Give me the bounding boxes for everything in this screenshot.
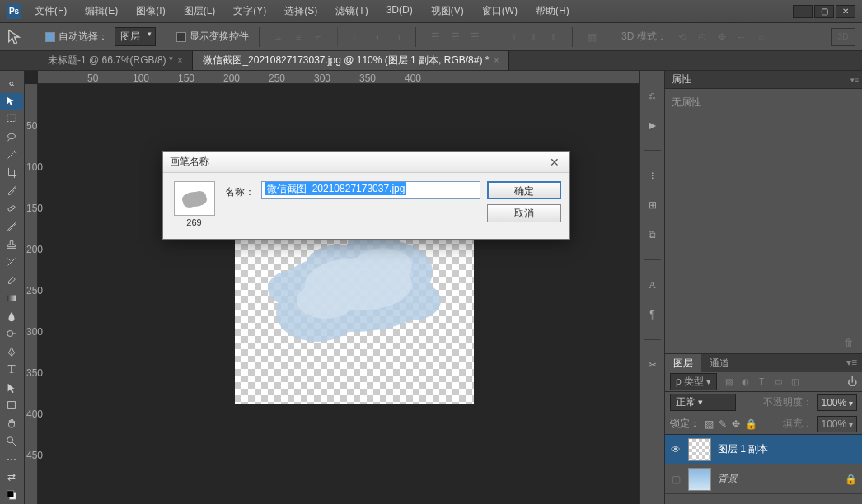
brush-preview: 269	[171, 181, 217, 227]
brush-preview-image	[174, 181, 215, 216]
name-input[interactable]: 微信截图_20210827173037.jpg	[261, 181, 480, 199]
brush-size-label: 269	[186, 217, 201, 227]
dialog-backdrop: 画笔名称 ✕ 269 名称： 微信截图_20210827173037.jpg 确…	[0, 0, 862, 504]
dialog-title: 画笔名称	[170, 155, 209, 169]
brush-name-dialog: 画笔名称 ✕ 269 名称： 微信截图_20210827173037.jpg 确…	[162, 151, 570, 240]
cancel-button[interactable]: 取消	[487, 204, 561, 222]
ok-button[interactable]: 确定	[487, 181, 561, 199]
svg-point-20	[193, 191, 206, 201]
dialog-close-icon[interactable]: ✕	[546, 156, 563, 169]
name-label: 名称：	[225, 181, 255, 199]
svg-point-19	[183, 198, 196, 208]
dialog-title-bar[interactable]: 画笔名称 ✕	[163, 152, 569, 173]
